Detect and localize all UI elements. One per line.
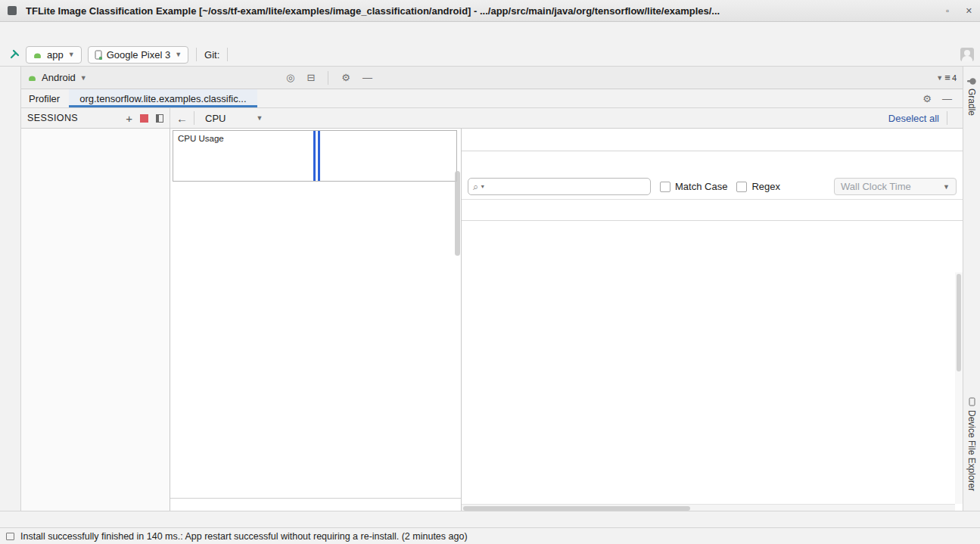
- git-label: Git:: [204, 49, 219, 61]
- profiler-header: Profiler org.tensorflow.lite.examples.cl…: [21, 89, 963, 108]
- sessions-list: [21, 129, 170, 511]
- back-icon[interactable]: ←: [176, 112, 188, 125]
- gradle-icon: [967, 77, 977, 85]
- chevron-down-icon: ▼: [175, 51, 182, 58]
- run-configuration-select[interactable]: app ▼: [26, 46, 82, 64]
- project-view-select[interactable]: Android: [42, 72, 76, 83]
- search-icon: ⌕: [473, 181, 478, 193]
- top-down-table: [462, 201, 963, 511]
- android-icon: [27, 73, 37, 82]
- sidebar-item-gradle[interactable]: Gradle: [965, 71, 978, 122]
- checkbox-icon: [660, 182, 670, 192]
- table-hscrollbar[interactable]: [462, 504, 955, 511]
- tab-row: Android ▼ ◎ ⊟ ⚙ — ▼ ≡ 4: [21, 67, 963, 89]
- deselect-all-link[interactable]: Deselect all: [888, 113, 939, 124]
- hidden-tabs-icon: ≡: [944, 72, 950, 83]
- phone-icon: [95, 50, 102, 60]
- hidden-tabs-button[interactable]: ▼ ≡ 4: [930, 67, 963, 89]
- match-case-checkbox[interactable]: Match Case: [660, 181, 727, 192]
- new-session-icon[interactable]: +: [126, 112, 132, 125]
- timeline-scrollbar[interactable]: [455, 171, 460, 256]
- status-bar: Install successfully finished in 140 ms.…: [0, 527, 980, 544]
- project-tool-window-header: Android ▼ ◎ ⊟ ⚙ —: [21, 67, 382, 89]
- sidebar-item-device-file-explorer[interactable]: Device File Explorer: [965, 391, 978, 497]
- filter-row: ⌕ ▼ Match Case Regex Wall Clock Time ▼: [462, 174, 963, 200]
- app-icon: [8, 6, 17, 15]
- tool-window-bar: [0, 511, 980, 527]
- analysis-panel: ⌕ ▼ Match Case Regex Wall Clock Time ▼: [462, 129, 963, 511]
- chevron-down-icon: ▼: [256, 114, 263, 122]
- stop-session-icon[interactable]: [140, 114, 148, 123]
- android-studio-window: TFLite Image Classification Example [~/o…: [0, 0, 980, 544]
- menu-bar: [0, 22, 980, 43]
- collapse-sessions-icon[interactable]: [156, 114, 163, 123]
- collapse-all-icon[interactable]: ⊟: [303, 72, 319, 83]
- thread-tracks: [170, 183, 461, 498]
- avatar[interactable]: [960, 48, 974, 61]
- android-icon: [33, 51, 42, 59]
- analysis-subtabs: [462, 151, 963, 174]
- title-bar: TFLite Image Classification Example [~/o…: [0, 0, 980, 22]
- window-status-icon: [6, 533, 14, 540]
- search-input[interactable]: [487, 181, 646, 192]
- chevron-down-icon: ▼: [936, 74, 943, 82]
- track-time-axis: [170, 498, 461, 511]
- status-message[interactable]: Install successfully finished in 140 ms.…: [20, 531, 468, 542]
- chevron-down-icon: ▼: [68, 51, 75, 58]
- clock-type-select[interactable]: Wall Clock Time ▼: [834, 178, 957, 195]
- profiler-main: CPU Usage ⌕ ▼ Match Case: [21, 129, 963, 511]
- maximize-button[interactable]: ▫: [946, 6, 949, 16]
- profiler-session-tab[interactable]: org.tensorflow.lite.examples.classific..…: [69, 89, 257, 107]
- table-header: [462, 201, 963, 221]
- right-tool-window-bar: Gradle Device File Explorer: [963, 67, 980, 511]
- chevron-down-icon: ▼: [480, 184, 485, 189]
- table-vscrollbar[interactable]: [955, 272, 963, 504]
- hidden-tabs-count: 4: [952, 73, 957, 82]
- gear-icon[interactable]: ⚙: [338, 72, 354, 83]
- analysis-tabs: [462, 129, 963, 151]
- chevron-down-icon: ▼: [943, 183, 950, 191]
- chevron-down-icon: ▼: [80, 74, 87, 82]
- cpu-usage-label: CPU Usage: [178, 134, 224, 143]
- sessions-header: SESSIONS +: [21, 108, 170, 128]
- profiler-subheader: SESSIONS + ← CPU ▼ Deselect all: [21, 108, 963, 129]
- search-box[interactable]: ⌕ ▼: [468, 178, 651, 195]
- device-select[interactable]: Google Pixel 3 ▼: [88, 46, 188, 64]
- checkbox-icon: [736, 182, 747, 192]
- locate-file-icon[interactable]: ◎: [282, 72, 298, 83]
- left-tool-window-bar: [0, 67, 21, 511]
- cpu-usage-chart[interactable]: CPU Usage: [173, 130, 457, 182]
- hide-panel-icon[interactable]: —: [359, 72, 376, 83]
- selection-range[interactable]: [313, 131, 320, 181]
- profiler-title: Profiler: [21, 93, 69, 104]
- main-toolbar: app ▼ Google Pixel 3 ▼ Git:: [0, 43, 980, 67]
- close-button[interactable]: ✕: [966, 6, 972, 16]
- device-icon: [969, 397, 975, 406]
- timeline-panel: CPU Usage: [170, 129, 462, 511]
- gear-icon[interactable]: ⚙: [922, 93, 932, 104]
- sessions-title: SESSIONS: [27, 113, 78, 123]
- metric-select[interactable]: CPU ▼: [201, 113, 267, 124]
- hide-panel-icon[interactable]: —: [942, 93, 952, 104]
- build-hammer-icon[interactable]: [6, 48, 23, 61]
- window-title: TFLite Image Classification Example [~/o…: [26, 5, 720, 17]
- editor-tabs: [382, 67, 930, 89]
- regex-checkbox[interactable]: Regex: [736, 181, 780, 192]
